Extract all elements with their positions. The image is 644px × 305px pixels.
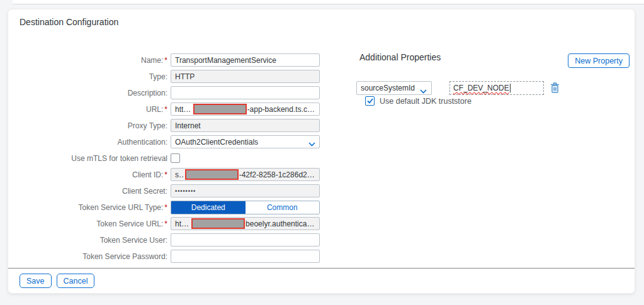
mtls-checkbox[interactable]	[171, 153, 180, 163]
form-row-token-service-password: Token Service Password:	[18, 250, 320, 263]
text-cursor	[510, 84, 511, 92]
form-row-proxy-type: Proxy Type:Internet	[18, 119, 320, 132]
form-fields: Name:*TransportManagementServiceType:HTT…	[18, 53, 320, 266]
jdk-truststore-row: Use default JDK truststore	[365, 96, 472, 106]
required-asterisk: *	[164, 219, 167, 228]
page-title: Destination Configuration	[20, 17, 118, 27]
form-row-mtls: Use mTLS for token retrieval	[18, 152, 320, 165]
url-suffix: -app-backend.ts.cfa...	[247, 105, 315, 114]
form-row-type: Type:HTTP	[18, 70, 320, 83]
authentication-label: Authentication:	[18, 138, 167, 147]
jdk-truststore-checkbox[interactable]	[365, 96, 375, 106]
type-label: Type:	[18, 72, 167, 81]
form-row-token-service-url-type: Token Service URL Type:*DedicatedCommon	[18, 201, 320, 214]
token-service-user-field[interactable]	[171, 233, 320, 247]
token-service-password-field[interactable]	[171, 250, 320, 263]
description-field[interactable]	[171, 86, 320, 99]
form-row-description: Description:	[18, 86, 320, 99]
name-value: TransportManagementService	[175, 56, 276, 65]
token-service-url-suffix: beoelyr.authentication....	[246, 219, 315, 228]
property-key-select[interactable]: sourceSystemId	[356, 81, 432, 95]
form-row-client-id: Client ID:*sb--42f2-8258-1c286d2693...	[18, 168, 320, 181]
url-field[interactable]: https:-app-backend.ts.cfa...	[171, 103, 320, 116]
token-service-url-type-segmented: DedicatedCommon	[171, 201, 320, 214]
type-value: HTTP	[175, 72, 195, 81]
client-secret-field[interactable]: ••••••••	[171, 184, 320, 197]
form-row-token-service-url: Token Service URL:*https:beoelyr.authent…	[18, 217, 320, 230]
token-service-user-label: Token Service User:	[18, 236, 167, 245]
required-asterisk: *	[164, 56, 167, 65]
client-id-label: Client ID:*	[18, 170, 167, 179]
redaction-overlay	[193, 104, 247, 114]
chevron-down-icon	[420, 87, 427, 96]
segment-option-common[interactable]: Common	[246, 201, 320, 214]
client-id-prefix: sb-	[175, 170, 184, 179]
mtls-label: Use mTLS for token retrieval	[18, 154, 167, 163]
description-label: Description:	[18, 89, 167, 97]
type-field[interactable]: HTTP	[171, 70, 320, 83]
required-asterisk: *	[164, 203, 167, 212]
token-service-password-label: Token Service Password:	[18, 252, 167, 261]
chevron-down-icon	[308, 140, 315, 148]
form-row-client-secret: Client Secret:••••••••	[18, 184, 320, 197]
top-toolbar-edge	[13, 0, 644, 4]
authentication-select[interactable]: OAuth2ClientCredentials	[171, 135, 320, 148]
proxy-type-value: Internet	[175, 121, 201, 130]
token-service-url-field[interactable]: https:beoelyr.authentication....	[171, 217, 320, 230]
client-secret-value: ••••••••	[175, 188, 196, 194]
client-secret-label: Client Secret:	[18, 187, 167, 196]
client-id-field[interactable]: sb--42f2-8258-1c286d2693...	[171, 168, 320, 181]
proxy-type-field[interactable]: Internet	[171, 119, 320, 132]
delete-property-button[interactable]	[550, 82, 560, 94]
new-property-button[interactable]: New Property	[568, 53, 630, 68]
form-row-authentication: Authentication:OAuth2ClientCredentials	[18, 135, 320, 148]
form-row-token-service-user: Token Service User:	[18, 233, 320, 247]
token-service-url-label: Token Service URL:*	[18, 219, 167, 228]
redaction-overlay	[191, 218, 245, 229]
authentication-value: OAuth2ClientCredentials	[175, 138, 258, 147]
form-row-name: Name:*TransportManagementService	[18, 53, 320, 67]
jdk-truststore-label: Use default JDK truststore	[380, 97, 472, 106]
save-button[interactable]: Save	[20, 274, 52, 288]
url-label: URL:*	[18, 105, 167, 114]
segment-option-dedicated[interactable]: Dedicated	[171, 201, 246, 214]
required-asterisk: *	[164, 170, 167, 179]
token-service-url-prefix: https:	[175, 219, 191, 228]
destination-configuration-panel: Destination Configuration Name:*Transpor…	[8, 9, 635, 294]
footer-bar: Save Cancel	[8, 268, 635, 293]
additional-properties-heading: Additional Properties	[359, 52, 441, 62]
proxy-type-label: Proxy Type:	[18, 121, 167, 130]
redaction-overlay	[185, 169, 239, 180]
name-label: Name:*	[18, 56, 167, 65]
client-id-suffix: -42f2-8258-1c286d2693...	[239, 170, 315, 179]
property-value-text: CF_DEV_NODE	[453, 84, 509, 92]
required-asterisk: *	[164, 105, 167, 114]
form-row-url: URL:*https:-app-backend.ts.cfa...	[18, 103, 320, 116]
cancel-button[interactable]: Cancel	[57, 274, 95, 288]
token-service-url-type-label: Token Service URL Type:*	[18, 203, 167, 212]
property-value-input[interactable]: CF_DEV_NODE	[449, 81, 544, 95]
url-prefix: https:	[175, 105, 193, 114]
name-field[interactable]: TransportManagementService	[171, 53, 320, 67]
property-key-value: sourceSystemId	[361, 84, 415, 92]
